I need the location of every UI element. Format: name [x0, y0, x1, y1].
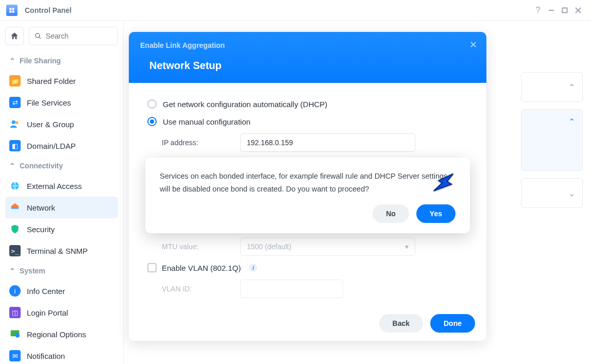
sidebar-item-info-center[interactable]: i Info Center — [5, 280, 118, 302]
wizard-dialog: Enable Link Aggregation Network Setup ✕ … — [129, 32, 486, 341]
shield-icon — [9, 223, 21, 235]
svg-rect-5 — [563, 8, 567, 12]
sidebar-item-file-services[interactable]: ⇄ File Services — [5, 92, 118, 113]
mtu-placeholder: 1500 (default) — [247, 242, 291, 251]
search-input-wrap[interactable] — [29, 27, 118, 45]
interface-panel[interactable]: ⌄ — [521, 178, 583, 208]
svg-point-11 — [15, 121, 19, 124]
chevron-up-icon: ⌃ — [9, 57, 15, 65]
sidebar-item-label: User & Group — [27, 120, 74, 129]
wizard-footer: Back Done — [129, 306, 486, 341]
sidebar-item-shared-folder[interactable]: 📁 Shared Folder — [5, 70, 118, 92]
svg-point-10 — [12, 120, 15, 124]
sidebar-item-terminal-snmp[interactable]: >_ Terminal & SNMP — [5, 240, 118, 262]
sidebar-item-label: Terminal & SNMP — [27, 247, 88, 255]
svg-line-9 — [39, 37, 41, 39]
help-icon[interactable]: ? — [531, 4, 545, 17]
svg-point-15 — [15, 333, 20, 337]
chevron-down-icon: ▾ — [405, 242, 409, 251]
maximize-icon[interactable] — [558, 4, 571, 17]
sidebar-item-label: External Access — [27, 182, 82, 190]
sidebar-item-label: Shared Folder — [27, 77, 76, 85]
sidebar-item-label: Network — [27, 203, 55, 212]
svg-rect-1 — [12, 8, 14, 10]
folder-icon: 📁 — [9, 75, 21, 86]
section-file-sharing[interactable]: ⌃ File Sharing — [5, 51, 118, 70]
sidebar-item-notification[interactable]: ✉ Notification — [5, 345, 118, 364]
sidebar-item-network[interactable]: Network — [5, 197, 118, 218]
sidebar-item-label: Info Center — [27, 287, 65, 296]
home-button[interactable] — [5, 27, 24, 45]
vlan-id-input — [240, 280, 343, 298]
yes-button[interactable]: Yes — [416, 204, 455, 223]
done-button[interactable]: Done — [430, 314, 475, 333]
sidebar-item-label: Domain/LDAP — [27, 142, 76, 150]
titlebar: Control Panel ? — [0, 0, 591, 21]
radio-dhcp[interactable]: Get network configuration automatically … — [147, 95, 468, 113]
section-label: Connectivity — [20, 162, 63, 170]
sidebar-item-label: Login Portal — [27, 308, 68, 317]
radio-icon — [147, 99, 157, 109]
sidebar-item-label: Notification — [27, 352, 65, 360]
confirm-message: Services on each bonded interface, for e… — [160, 170, 455, 195]
interface-panel-open[interactable]: ⌃ — [521, 109, 583, 171]
radio-label: Use manual configuration — [163, 117, 250, 126]
section-system[interactable]: ⌃ System — [5, 262, 118, 280]
minimize-icon[interactable] — [545, 4, 558, 17]
svg-rect-13 — [11, 207, 19, 209]
sidebar: ⌃ File Sharing 📁 Shared Folder ⇄ File Se… — [0, 21, 124, 364]
chevron-down-icon: ⌃ — [568, 82, 575, 92]
interface-panel[interactable]: ⌃ — [521, 72, 583, 102]
globe-icon — [9, 180, 21, 192]
checkbox-label: Enable VLAN (802.1Q) — [162, 264, 241, 272]
notification-icon: ✉ — [9, 350, 21, 361]
section-label: System — [20, 267, 45, 275]
svg-rect-0 — [9, 8, 11, 10]
info-icon: i — [9, 285, 21, 297]
sidebar-item-user-group[interactable]: User & Group — [5, 113, 118, 135]
ip-address-input[interactable] — [240, 133, 415, 152]
chevron-down-icon: ⌄ — [568, 188, 575, 198]
wizard-breadcrumb: Enable Link Aggregation — [140, 41, 475, 49]
radio-label: Get network configuration automatically … — [163, 100, 327, 109]
radio-icon-selected — [147, 117, 157, 126]
portal-icon: ◫ — [9, 307, 21, 318]
info-icon[interactable]: i — [249, 264, 257, 272]
sidebar-item-regional-options[interactable]: Regional Options — [5, 323, 118, 345]
sidebar-item-domain-ldap[interactable]: ◧ Domain/LDAP — [5, 135, 118, 157]
terminal-icon: >_ — [9, 245, 21, 256]
search-input[interactable] — [46, 32, 112, 40]
file-services-icon: ⇄ — [9, 97, 21, 108]
sidebar-item-label: File Services — [27, 98, 71, 107]
vlan-id-label: VLAN ID: — [162, 285, 230, 293]
radio-manual[interactable]: Use manual configuration — [147, 113, 468, 130]
section-connectivity[interactable]: ⌃ Connectivity — [5, 157, 118, 175]
mtu-select: 1500 (default) ▾ — [240, 237, 415, 256]
back-button[interactable]: Back — [379, 314, 423, 333]
sidebar-item-security[interactable]: Security — [5, 218, 118, 240]
interface-panels: ⌃ ⌃ ⌄ — [521, 72, 583, 215]
network-icon — [9, 202, 21, 213]
vlan-checkbox-row[interactable]: Enable VLAN (802.1Q) i — [147, 259, 468, 276]
chevron-up-icon: ⌃ — [9, 267, 15, 275]
no-button[interactable]: No — [373, 204, 409, 223]
app-icon — [6, 5, 18, 16]
svg-point-8 — [36, 33, 40, 38]
users-icon — [9, 118, 21, 130]
sidebar-item-label: Regional Options — [27, 330, 86, 339]
close-icon[interactable] — [571, 4, 585, 17]
wizard-close-icon[interactable]: ✕ — [469, 39, 477, 50]
chevron-up-icon: ⌃ — [9, 162, 15, 170]
wizard-title: Network Setup — [149, 60, 475, 72]
domain-icon: ◧ — [9, 140, 21, 151]
sidebar-item-login-portal[interactable]: ◫ Login Portal — [5, 302, 118, 323]
chevron-up-icon: ⌃ — [568, 117, 575, 127]
window-title: Control Panel — [25, 6, 72, 14]
svg-rect-3 — [12, 10, 14, 12]
checkbox-icon — [147, 263, 157, 272]
svg-rect-2 — [9, 10, 11, 12]
content-area: General Network Interface Traffic Contro… — [124, 21, 591, 364]
mtu-label: MTU value: — [162, 242, 230, 251]
sidebar-item-external-access[interactable]: External Access — [5, 175, 118, 197]
wizard-header: Enable Link Aggregation Network Setup ✕ — [129, 32, 486, 83]
